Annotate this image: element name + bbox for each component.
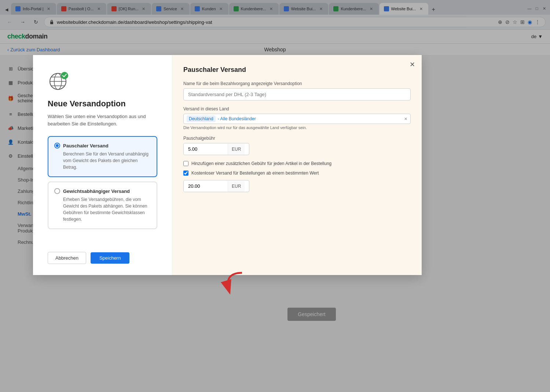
name-input[interactable] — [183, 88, 411, 100]
fee-input[interactable] — [184, 143, 228, 155]
name-label: Name für die beim Bezahlvorgang angezeig… — [183, 81, 411, 86]
option-pauschaler-desc: Berechnen Sie für den Versand unabhängig… — [54, 151, 151, 171]
svg-point-6 — [61, 72, 68, 79]
min-order-input-container[interactable]: EUR — [183, 180, 249, 192]
cancel-button[interactable]: Abbrechen — [48, 252, 86, 264]
country-input[interactable]: Deutschland - Alle Bundesländer ✕ — [183, 114, 411, 124]
country-form-group: Versand in dieses Land Deutschland - All… — [183, 106, 411, 130]
min-order-currency: EUR — [228, 181, 245, 192]
modal-title: Neue Versandoption — [48, 99, 157, 109]
country-label: Versand in dieses Land — [183, 106, 411, 111]
modal-right-title: Pauschaler Versand — [183, 66, 411, 74]
close-icon[interactable]: ✕ — [407, 59, 417, 70]
modal-description: Wählen Sie unten eine Versandoption aus … — [48, 113, 157, 127]
fee-form-group: Pauschalgebühr EUR — [183, 136, 411, 155]
option-gewichtsabhaengig-desc: Erheben Sie Versandgebühren, die vom Gew… — [54, 196, 151, 223]
checkbox2-label: Kostenloser Versand für Bestellungen ab … — [191, 171, 319, 176]
modal-container: Neue Versandoption Wählen Sie unten eine… — [33, 55, 422, 275]
radio-pauschaler[interactable] — [54, 143, 60, 149]
globe-icon — [48, 70, 70, 92]
fee-label: Pauschalgebühr — [183, 136, 411, 141]
fee-amount-input[interactable]: EUR — [183, 143, 249, 155]
option-pauschaler[interactable]: Pauschaler Versand Berechnen Sie für den… — [48, 136, 157, 177]
modal-left-panel: Neue Versandoption Wählen Sie unten eine… — [33, 55, 172, 275]
country-tag-remove[interactable]: ✕ — [404, 117, 407, 121]
country-tag: Deutschland — [187, 116, 216, 122]
min-order-form-group: EUR — [183, 180, 411, 192]
modal-overlay: Neue Versandoption Wählen Sie unten eine… — [0, 0, 550, 392]
checkbox1[interactable] — [183, 161, 188, 166]
save-button[interactable]: Speichern — [91, 252, 130, 264]
fee-currency: EUR — [228, 144, 245, 155]
min-order-input[interactable] — [184, 180, 228, 192]
checkbox1-label: Hinzufügen einer zusätzlichen Gebühr für… — [191, 161, 331, 166]
name-form-group: Name für die beim Bezahlvorgang angezeig… — [183, 81, 411, 100]
country-note: Die Versandoption wird nur für das ausge… — [183, 125, 411, 130]
modal-footer: Abbrechen Speichern — [48, 252, 157, 264]
checkbox2[interactable] — [183, 171, 188, 176]
country-sub-tag: - Alle Bundesländer — [218, 116, 256, 121]
modal-right-panel: ✕ Pauschaler Versand Name für die beim B… — [172, 55, 422, 275]
checkbox2-row: Kostenloser Versand für Bestellungen ab … — [183, 171, 411, 176]
radio-gewichtsabhaengig[interactable] — [54, 188, 60, 194]
option-gewichtsabhaengig[interactable]: Gewichtsabhängiger Versand Erheben Sie V… — [48, 182, 157, 229]
checkbox1-row: Hinzufügen einer zusätzlichen Gebühr für… — [183, 161, 411, 166]
